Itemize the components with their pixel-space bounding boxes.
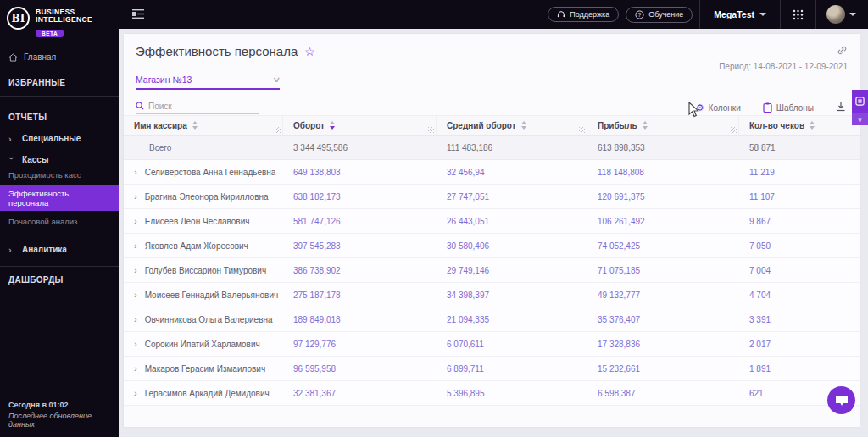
table-header-row: Имя кассира Оборот Средний оборот Прибыл… bbox=[124, 115, 860, 136]
table-row[interactable]: › Моисеев Геннадий Валерьянович 275 187,… bbox=[124, 283, 860, 307]
sidebar-group-analytics[interactable]: › Аналитика bbox=[0, 245, 119, 254]
sidebar-item[interactable]: Эффективность персонала bbox=[0, 185, 119, 211]
cashier-name-cell: › Герасимов Аркадий Демидович bbox=[124, 388, 283, 398]
gear-icon: ⚙ bbox=[696, 102, 704, 113]
column-header[interactable]: Оборот bbox=[283, 116, 437, 135]
support-button[interactable]: Поддержка bbox=[548, 7, 619, 22]
sidebar-section-favorites[interactable]: ИЗБРАННЫЕ bbox=[0, 78, 119, 87]
cashier-name: Макаров Герасим Измаилович bbox=[145, 364, 265, 373]
column-header[interactable]: Средний оборот bbox=[437, 116, 587, 135]
avg-turnover-value: 6 899,711 bbox=[437, 364, 587, 373]
columns-button[interactable]: ⚙ Колонки bbox=[696, 102, 741, 113]
table-row[interactable]: › Селиверстова Анна Геннадьевна 649 138,… bbox=[124, 160, 860, 185]
expand-row-icon[interactable]: › bbox=[134, 191, 137, 202]
expand-row-icon[interactable]: › bbox=[134, 388, 137, 398]
avg-turnover-value: 6 070,611 bbox=[437, 340, 587, 349]
expand-row-icon[interactable]: › bbox=[134, 339, 137, 349]
page-title: Эффективность персонала bbox=[136, 44, 298, 58]
cashier-name: Елисеев Леон Чеславович bbox=[145, 217, 250, 226]
table-row[interactable]: › Голубев Виссарион Тимурович 386 738,90… bbox=[124, 258, 860, 283]
turnover-value: 649 138,803 bbox=[283, 168, 437, 177]
column-header[interactable]: Имя кассира bbox=[124, 116, 283, 135]
table-row[interactable]: › Сорокин Ипатий Харламович 97 129,776 6… bbox=[124, 332, 860, 357]
template-icon bbox=[763, 102, 772, 113]
sort-icon[interactable] bbox=[330, 121, 335, 130]
table-row[interactable]: › Елисеев Леон Чеславович 581 747,126 26… bbox=[124, 209, 860, 234]
download-icon bbox=[836, 102, 846, 112]
apps-grid-icon bbox=[793, 9, 804, 20]
sidebar-item-home[interactable]: Главная bbox=[0, 53, 119, 62]
table-row[interactable]: › Макаров Герасим Измаилович 96 595,958 … bbox=[124, 357, 860, 381]
sidebar-section-reports[interactable]: ОТЧЕТЫ bbox=[0, 113, 119, 122]
profit-value: 118 148,808 bbox=[587, 168, 739, 177]
expand-row-icon[interactable]: › bbox=[134, 167, 137, 177]
sidebar-item[interactable]: Почасовой анализ bbox=[0, 213, 119, 230]
last-update-caption: Последнее обновление данных bbox=[8, 412, 119, 429]
table-row[interactable]: › Герасимов Аркадий Демидович 32 381,367… bbox=[124, 381, 860, 406]
sidebar-section-dashboards[interactable]: ДАШБОРДЫ bbox=[0, 275, 119, 285]
profit-value: 120 691,375 bbox=[587, 192, 739, 202]
expand-row-icon[interactable]: › bbox=[134, 241, 137, 251]
cashier-name-cell: › Елисеев Леон Чеславович bbox=[124, 216, 283, 226]
totals-profit: 613 898,353 bbox=[587, 143, 739, 152]
expand-row-icon[interactable]: › bbox=[134, 314, 137, 324]
cashier-name-cell: › Моисеев Геннадий Валерьянович bbox=[124, 290, 283, 300]
sort-icon[interactable] bbox=[810, 121, 815, 130]
column-resize-handle[interactable] bbox=[275, 127, 281, 133]
download-button[interactable] bbox=[836, 100, 846, 115]
sidebar-item[interactable]: Проходимость касс bbox=[0, 167, 119, 183]
column-resize-handle[interactable] bbox=[428, 127, 434, 133]
expand-row-icon[interactable]: › bbox=[134, 265, 137, 275]
sort-icon[interactable] bbox=[643, 121, 648, 130]
table-row[interactable]: › Брагина Элеонора Кирилловна 638 182,17… bbox=[124, 185, 860, 209]
bi-logo-icon: BI bbox=[7, 7, 30, 30]
store-filter-select[interactable]: Магазин №13 ∨ bbox=[136, 75, 280, 90]
sort-icon[interactable] bbox=[521, 121, 526, 130]
training-button[interactable]: ? Обучение bbox=[626, 7, 693, 23]
sidebar-toggle-button[interactable] bbox=[132, 7, 144, 22]
cashier-name-cell: › Селиверстова Анна Геннадьевна bbox=[124, 167, 283, 177]
search-input[interactable] bbox=[148, 102, 250, 111]
favorite-star-icon[interactable]: ☆ bbox=[304, 45, 315, 58]
sidebar-group-label: Аналитика bbox=[22, 245, 67, 254]
column-settings-button[interactable] bbox=[852, 90, 868, 113]
copy-link-button[interactable] bbox=[837, 44, 848, 59]
column-header[interactable]: Кол-во чеков bbox=[739, 116, 860, 135]
receipts-value: 11 107 bbox=[739, 192, 860, 202]
sort-icon[interactable] bbox=[192, 121, 198, 130]
sidebar-item-label: Главная bbox=[24, 53, 56, 62]
table-row[interactable]: › Овчинникова Ольга Валериевна 189 849,0… bbox=[124, 307, 860, 332]
cashier-name-cell: › Сорокин Ипатий Харламович bbox=[124, 339, 283, 349]
expand-row-icon[interactable]: › bbox=[134, 363, 137, 373]
column-header[interactable]: Прибыль bbox=[587, 116, 739, 135]
cashier-name: Брагина Элеонора Кирилловна bbox=[145, 192, 269, 202]
table-row[interactable]: › Яковлев Адам Жоресович 397 545,283 30 … bbox=[124, 234, 860, 258]
profit-value: 71 075,185 bbox=[587, 266, 739, 275]
templates-button[interactable]: Шаблоны bbox=[763, 102, 814, 113]
user-menu[interactable] bbox=[816, 5, 868, 24]
org-name: MegaTest bbox=[714, 9, 754, 19]
search-box[interactable] bbox=[136, 102, 259, 114]
main-area: Эффективность персонала ☆ Период: 14-08-… bbox=[119, 29, 868, 437]
cashier-name-cell: › Голубев Виссарион Тимурович bbox=[124, 265, 283, 275]
chevron-right-icon: › bbox=[8, 246, 15, 253]
expand-row-icon[interactable]: › bbox=[134, 216, 137, 226]
scroll-columns-button[interactable]: ∨ bbox=[852, 113, 868, 125]
profit-value: 6 598,387 bbox=[587, 389, 739, 398]
sidebar-group-special[interactable]: › Специальные bbox=[0, 134, 119, 143]
profit-value: 35 376,407 bbox=[587, 315, 739, 324]
period-label: Период: 14-08-2021 - 12-09-2021 bbox=[719, 62, 848, 71]
totals-row: Всего 3 344 495,586 111 483,186 613 898,… bbox=[124, 136, 860, 160]
turnover-value: 275 187,178 bbox=[283, 290, 437, 300]
column-resize-handle[interactable] bbox=[579, 127, 585, 133]
column-resize-handle[interactable] bbox=[731, 127, 737, 133]
profit-value: 74 052,425 bbox=[587, 241, 739, 251]
totals-label: Всего bbox=[124, 143, 283, 152]
apps-grid-button[interactable] bbox=[781, 0, 815, 29]
sidebar-group-kassy[interactable]: › Кассы bbox=[0, 155, 119, 164]
receipts-value: 9 867 bbox=[739, 217, 860, 226]
chat-button[interactable] bbox=[827, 386, 855, 414]
org-switcher[interactable]: MegaTest bbox=[700, 9, 780, 19]
expand-row-icon[interactable]: › bbox=[134, 290, 137, 300]
cashier-name-cell: › Яковлев Адам Жоресович bbox=[124, 241, 283, 251]
